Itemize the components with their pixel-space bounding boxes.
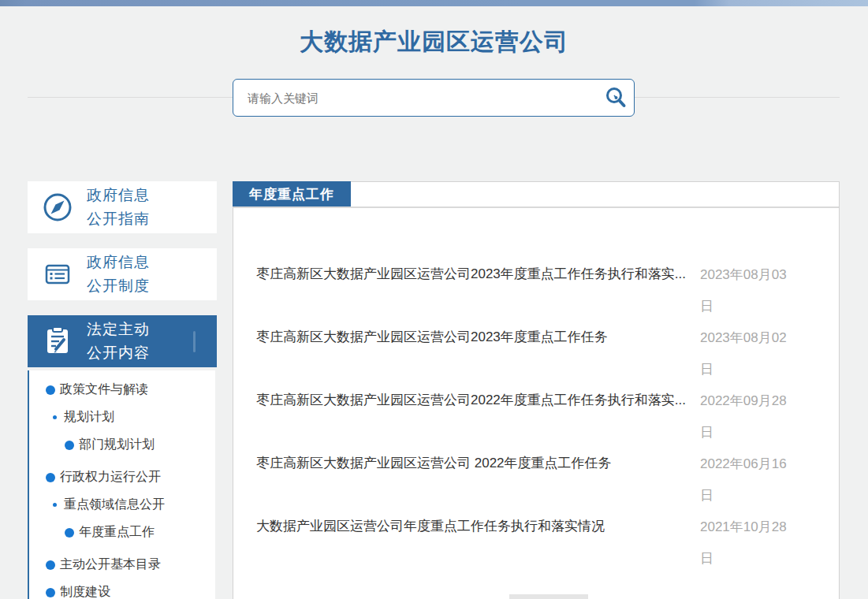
sidebar-submenu: 政策文件与解读 规划计划 部门规划计划 行政权力运行公开 重点领域信息公开 年度… <box>28 370 215 599</box>
submenu-item-institution-building[interactable]: 制度建设 <box>29 579 215 599</box>
clipboard-pencil-icon <box>40 324 75 359</box>
search-box <box>233 79 635 117</box>
submenu-item-annual-key-work[interactable]: 年度重点工作 <box>29 519 215 546</box>
sidebar-item-label: 政府信息 公开制度 <box>87 251 150 298</box>
submenu-label: 政策文件与解读 <box>60 381 148 398</box>
article-list: 枣庄高新区大数据产业园区运营公司2023年度重点工作任务执行和落实... 202… <box>233 257 839 572</box>
page: 大数据产业园区运营公司 政府信息 公开指南 <box>0 0 868 599</box>
submenu-label: 部门规划计划 <box>79 437 155 453</box>
article-row: 枣庄高新区大数据产业园区运营公司2022年度重点工作任务执行和落实... 202… <box>233 383 839 446</box>
cube-icon <box>46 385 55 395</box>
submenu-item-administrative-power[interactable]: 行政权力运行公开 <box>29 463 215 491</box>
page-title: 大数据产业园区运营公司 <box>0 26 868 58</box>
submenu-item-key-areas[interactable]: 重点领域信息公开 <box>29 491 215 519</box>
search-button[interactable] <box>598 80 634 116</box>
scroll-hint <box>193 331 196 352</box>
top-accent-bar <box>0 0 868 6</box>
submenu-item-basic-catalog[interactable]: 主动公开基本目录 <box>29 551 215 579</box>
article-date: 2023年08月03日 <box>700 259 788 322</box>
article-date: 2023年08月02日 <box>700 322 788 385</box>
sidebar-item-statutory-disclosure[interactable]: 法定主动 公开内容 <box>28 315 217 367</box>
submenu-label: 规划计划 <box>64 409 114 426</box>
cube-icon <box>46 560 55 570</box>
article-link[interactable]: 枣庄高新区大数据产业园区运营公司2022年度重点工作任务执行和落实... <box>256 391 686 409</box>
compass-icon <box>40 190 75 225</box>
article-link[interactable]: 大数据产业园区运营公司年度重点工作任务执行和落实情况 <box>256 517 605 535</box>
submenu-item-department-planning[interactable]: 部门规划计划 <box>29 431 215 459</box>
tab-annual-key-work[interactable]: 年度重点工作 <box>233 181 351 206</box>
article-date: 2021年10月28日 <box>700 512 788 575</box>
submenu-label: 重点领域信息公开 <box>64 497 165 513</box>
sidebar-item-disclosure-system[interactable]: 政府信息 公开制度 <box>28 248 217 300</box>
article-date: 2022年09月28日 <box>700 385 788 448</box>
submenu-item-policy-documents[interactable]: 政策文件与解读 <box>29 376 215 404</box>
submenu-item-planning[interactable]: 规划计划 <box>29 404 215 431</box>
article-row: 枣庄高新区大数据产业园区运营公司2023年度重点工作任务执行和落实... 202… <box>233 257 839 320</box>
document-list-icon <box>40 257 75 292</box>
dot-icon <box>53 415 57 419</box>
article-row: 大数据产业园区运营公司年度重点工作任务执行和落实情况 2021年10月28日 <box>233 509 839 572</box>
cube-icon <box>46 473 55 482</box>
article-link[interactable]: 枣庄高新区大数据产业园区运营公司2023年度重点工作任务 <box>256 328 608 346</box>
cube-icon <box>65 528 74 538</box>
dot-icon <box>53 503 57 507</box>
article-row: 枣庄高新区大数据产业园区运营公司 2022年度重点工作任务 2022年06月16… <box>233 446 839 509</box>
article-link[interactable]: 枣庄高新区大数据产业园区运营公司2023年度重点工作任务执行和落实... <box>256 265 686 283</box>
article-link[interactable]: 枣庄高新区大数据产业园区运营公司 2022年度重点工作任务 <box>256 454 612 472</box>
tab-underline <box>233 206 839 208</box>
pagination-stub[interactable] <box>509 594 588 599</box>
cube-icon <box>65 441 74 450</box>
sidebar-item-label: 法定主动 公开内容 <box>87 318 150 365</box>
submenu-label: 年度重点工作 <box>79 524 155 541</box>
submenu-label: 行政权力运行公开 <box>60 469 161 486</box>
content-panel: 年度重点工作 枣庄高新区大数据产业园区运营公司2023年度重点工作任务执行和落实… <box>233 181 840 599</box>
sidebar-item-label: 政府信息 公开指南 <box>87 184 150 231</box>
search-icon <box>604 86 628 110</box>
article-date: 2022年06月16日 <box>700 448 788 512</box>
submenu-label: 主动公开基本目录 <box>60 556 161 573</box>
submenu-label: 制度建设 <box>60 584 110 599</box>
cube-icon <box>46 588 55 597</box>
sidebar-item-disclosure-guide[interactable]: 政府信息 公开指南 <box>28 181 217 233</box>
article-row: 枣庄高新区大数据产业园区运营公司2023年度重点工作任务 2023年08月02日 <box>233 320 839 383</box>
search-input[interactable] <box>233 80 598 116</box>
